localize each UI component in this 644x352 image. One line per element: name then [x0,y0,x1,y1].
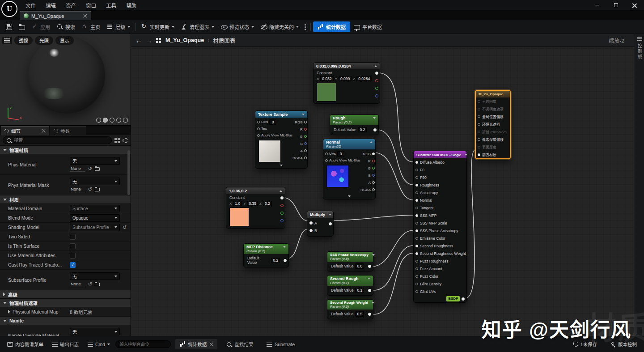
tab-parameters[interactable]: 参数 [50,126,86,135]
details-search-input[interactable] [14,138,108,143]
tab-details[interactable]: 细节 [1,126,49,135]
back-arrow-icon[interactable]: ← [136,37,142,44]
close-button[interactable] [625,0,644,11]
use-selected-icon[interactable]: ↺ [88,166,92,172]
output-pin-b[interactable] [280,219,284,222]
collapse-icon[interactable] [373,117,376,119]
node-constant3-mfp-color[interactable]: 1,0.35,0.2 Constant X1.0 Y0.35 Z0.2 [226,187,285,229]
output-pin-r[interactable] [280,204,284,207]
collapse-icon[interactable] [302,114,305,115]
input-pin[interactable] [415,199,418,202]
substrate-input-row[interactable]: Fuzz Color [414,272,466,280]
y-value[interactable]: 0.35 [247,201,258,206]
output-pin[interactable] [372,188,375,191]
output-pin[interactable] [304,135,307,138]
details-search[interactable] [3,136,112,144]
output-pin-b[interactable] [375,94,378,98]
substrate-input-row[interactable]: F0 [414,166,466,174]
node-substrate-slab-bsdf[interactable]: Substrate Slab BSDF - Single Diffuse Alb… [413,151,467,303]
collapse-icon[interactable] [370,141,373,143]
input-pin[interactable] [415,252,418,255]
expander-icon[interactable] [8,310,10,314]
output-pin[interactable] [280,196,284,199]
preview-shape-sphere[interactable] [103,118,108,123]
x-value[interactable]: 0.032 [320,76,333,81]
input-pin[interactable] [478,100,480,103]
input-pin[interactable] [415,191,418,194]
input-pin[interactable] [478,131,480,133]
menu-window[interactable]: 窗口 [81,0,101,11]
section-phys-material[interactable]: 物理材质 [0,146,131,154]
reset-to-default-icon[interactable]: ↺ [123,225,127,230]
asset-slot[interactable]: None [70,281,85,287]
node-sss-phase-anisotropy-param[interactable]: SSS Phase Anisotropy Param (0.8) Default… [327,251,373,271]
preview-shape-cube[interactable] [116,118,121,123]
output-row[interactable]: A [360,179,377,186]
output-pin[interactable] [304,121,307,123]
details-scrollbar[interactable] [127,150,130,195]
asset-slot[interactable]: None [70,166,85,172]
input-pin[interactable] [415,237,418,240]
content-drawer-button[interactable]: 内容侧滑菜单 [4,339,47,349]
output-row[interactable]: R [360,157,377,165]
collapse-icon[interactable] [372,302,374,304]
menu-file[interactable]: 文件 [21,0,41,11]
input-pin[interactable] [415,169,418,171]
stats-button[interactable]: 统计数据 [313,21,350,32]
input-pin[interactable] [478,138,480,141]
substrate-input-row[interactable]: F90 [414,174,466,181]
output-row[interactable]: B [360,172,377,179]
substrate-input-row[interactable]: SSS MFP Scale [414,219,466,227]
preview-state-button[interactable]: 预览状态 [218,21,257,32]
subsurface-profile-select[interactable]: 无 [70,272,120,280]
perspective-button[interactable]: 透视 [14,36,33,45]
node-texture-sample[interactable]: Texture Sample UVs0 Tex Apply View MipBi… [255,110,308,169]
z-value[interactable]: 0.0284 [356,76,372,81]
node-material-result[interactable]: M_Yu_Opaque 不透明度 不透明度遮罩 全局位置偏移 环境光遮挡 折射 … [475,90,511,159]
substrate-input-row[interactable]: Anisotropy [414,189,466,196]
collapse-icon[interactable] [329,214,331,216]
substrate-input-row[interactable]: Fuzz Amount [414,265,466,272]
substrate-input-row[interactable]: Diffuse Albedo [414,158,466,166]
overflow-menu-button[interactable] [302,24,308,30]
input-pin[interactable] [415,184,418,187]
viewport-menu-icon[interactable] [2,37,12,44]
input-pin-b[interactable] [309,229,313,232]
input-pin[interactable] [415,275,418,278]
input-pin[interactable] [325,159,328,162]
show-button[interactable]: 显示 [55,36,74,45]
restore-button[interactable] [606,0,625,11]
substrate-tab[interactable]: Substrate [262,340,299,349]
output-pin[interactable] [372,167,375,170]
hierarchy-button[interactable]: 层级 [104,21,133,32]
preview-shape-custom[interactable] [123,118,128,123]
section-material[interactable]: 材质 [0,195,131,204]
menu-help[interactable]: 帮助 [121,0,141,11]
input-pin[interactable] [257,121,260,123]
output-pin[interactable] [372,181,375,184]
is-thin-surface-checkbox[interactable] [70,243,76,249]
live-update-button[interactable]: 实时更新 [138,21,178,32]
substrate-input-row[interactable]: Glint UVs [414,288,466,295]
use-selected-icon[interactable]: ↺ [88,187,92,192]
menu-edit[interactable]: 编辑 [41,0,61,11]
tab-close-icon[interactable] [42,129,46,133]
substrate-input-row[interactable]: Second Roughness Weight [414,250,466,257]
output-row[interactable]: R [292,126,309,133]
input-pin[interactable] [325,153,328,155]
output-pin[interactable] [368,289,371,292]
input-pin[interactable] [257,134,260,137]
output-row[interactable]: RGBA [360,186,377,193]
section-advanced[interactable]: 高级 [0,290,131,299]
input-pin[interactable] [478,153,480,156]
output-row[interactable]: G [292,133,309,140]
two-sided-checkbox[interactable] [70,234,76,240]
collapse-icon[interactable] [283,246,286,248]
z-value[interactable]: 0.2 [263,201,272,206]
substrate-input-row[interactable]: Glint Density [414,280,466,288]
x-value[interactable]: 1.0 [233,201,242,206]
clean-graph-button[interactable]: 清理图表 [178,21,217,32]
section-nanite[interactable]: Nanite [0,317,131,325]
input-pin[interactable] [257,127,260,130]
output-pin[interactable] [329,222,332,225]
